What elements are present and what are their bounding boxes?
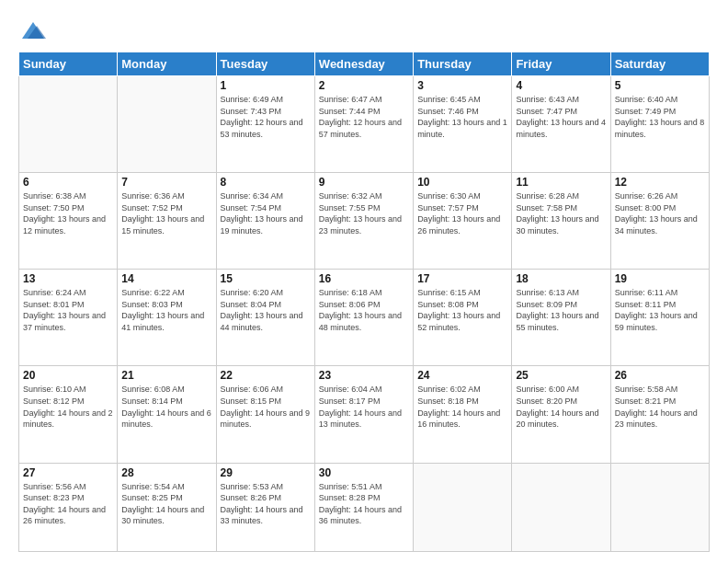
calendar-cell: [512, 463, 610, 551]
day-info: Sunrise: 6:06 AM Sunset: 8:15 PM Dayligh…: [221, 384, 311, 430]
day-info: Sunrise: 6:40 AM Sunset: 7:49 PM Dayligh…: [615, 94, 705, 140]
header-day: Friday: [512, 52, 610, 76]
day-number: 22: [221, 369, 311, 382]
calendar-cell: 4Sunrise: 6:43 AM Sunset: 7:47 PM Daylig…: [512, 76, 610, 173]
logo: [18, 17, 53, 42]
day-info: Sunrise: 5:51 AM Sunset: 8:28 PM Dayligh…: [319, 481, 409, 527]
day-number: 5: [615, 79, 705, 92]
calendar-cell: 27Sunrise: 5:56 AM Sunset: 8:23 PM Dayli…: [19, 463, 118, 551]
day-info: Sunrise: 6:11 AM Sunset: 8:11 PM Dayligh…: [615, 287, 705, 333]
day-info: Sunrise: 6:43 AM Sunset: 7:47 PM Dayligh…: [516, 94, 606, 140]
page: SundayMondayTuesdayWednesdayThursdayFrid…: [0, 0, 728, 563]
calendar-cell: 12Sunrise: 6:26 AM Sunset: 8:00 PM Dayli…: [610, 173, 709, 270]
calendar-cell: 6Sunrise: 6:38 AM Sunset: 7:50 PM Daylig…: [19, 173, 118, 270]
day-number: 29: [221, 466, 311, 479]
day-info: Sunrise: 6:24 AM Sunset: 8:01 PM Dayligh…: [23, 287, 113, 333]
header-day: Saturday: [610, 52, 709, 76]
calendar-cell: 19Sunrise: 6:11 AM Sunset: 8:11 PM Dayli…: [610, 270, 709, 366]
day-number: 21: [121, 369, 211, 382]
day-info: Sunrise: 6:38 AM Sunset: 7:50 PM Dayligh…: [23, 190, 113, 236]
day-number: 2: [319, 79, 409, 92]
calendar-cell: [414, 463, 512, 551]
day-number: 20: [23, 369, 113, 382]
calendar-cell: 14Sunrise: 6:22 AM Sunset: 8:03 PM Dayli…: [118, 270, 216, 366]
calendar-cell: 25Sunrise: 6:00 AM Sunset: 8:20 PM Dayli…: [512, 366, 610, 463]
calendar-row: 27Sunrise: 5:56 AM Sunset: 8:23 PM Dayli…: [19, 463, 710, 551]
calendar-cell: 3Sunrise: 6:45 AM Sunset: 7:46 PM Daylig…: [414, 76, 512, 173]
day-info: Sunrise: 6:20 AM Sunset: 8:04 PM Dayligh…: [221, 287, 311, 333]
day-info: Sunrise: 6:04 AM Sunset: 8:17 PM Dayligh…: [319, 384, 409, 430]
day-info: Sunrise: 6:49 AM Sunset: 7:43 PM Dayligh…: [221, 94, 311, 140]
calendar-cell: 13Sunrise: 6:24 AM Sunset: 8:01 PM Dayli…: [19, 270, 118, 366]
day-number: 25: [516, 369, 606, 382]
calendar-cell: [118, 76, 216, 173]
day-info: Sunrise: 6:45 AM Sunset: 7:46 PM Dayligh…: [417, 94, 507, 140]
calendar-cell: [610, 463, 709, 551]
header-day: Wednesday: [314, 52, 413, 76]
day-info: Sunrise: 6:34 AM Sunset: 7:54 PM Dayligh…: [221, 190, 311, 236]
calendar-cell: 24Sunrise: 6:02 AM Sunset: 8:18 PM Dayli…: [414, 366, 512, 463]
calendar-cell: 23Sunrise: 6:04 AM Sunset: 8:17 PM Dayli…: [314, 366, 413, 463]
day-info: Sunrise: 6:00 AM Sunset: 8:20 PM Dayligh…: [516, 384, 606, 430]
calendar-row: 6Sunrise: 6:38 AM Sunset: 7:50 PM Daylig…: [19, 173, 710, 270]
calendar-cell: 17Sunrise: 6:15 AM Sunset: 8:08 PM Dayli…: [414, 270, 512, 366]
day-info: Sunrise: 6:26 AM Sunset: 8:00 PM Dayligh…: [615, 190, 705, 236]
calendar-cell: 21Sunrise: 6:08 AM Sunset: 8:14 PM Dayli…: [118, 366, 216, 463]
calendar-cell: 10Sunrise: 6:30 AM Sunset: 7:57 PM Dayli…: [414, 173, 512, 270]
day-number: 10: [417, 176, 507, 189]
day-info: Sunrise: 6:15 AM Sunset: 8:08 PM Dayligh…: [417, 287, 507, 333]
day-info: Sunrise: 6:36 AM Sunset: 7:52 PM Dayligh…: [121, 190, 211, 236]
day-number: 19: [615, 272, 705, 285]
day-info: Sunrise: 6:10 AM Sunset: 8:12 PM Dayligh…: [23, 384, 113, 430]
day-info: Sunrise: 6:22 AM Sunset: 8:03 PM Dayligh…: [121, 287, 211, 333]
calendar-cell: 28Sunrise: 5:54 AM Sunset: 8:25 PM Dayli…: [118, 463, 216, 551]
calendar-cell: 5Sunrise: 6:40 AM Sunset: 7:49 PM Daylig…: [610, 76, 709, 173]
day-number: 18: [516, 272, 606, 285]
calendar-cell: 7Sunrise: 6:36 AM Sunset: 7:52 PM Daylig…: [118, 173, 216, 270]
day-number: 1: [221, 79, 311, 92]
calendar-cell: 11Sunrise: 6:28 AM Sunset: 7:58 PM Dayli…: [512, 173, 610, 270]
calendar-cell: 20Sunrise: 6:10 AM Sunset: 8:12 PM Dayli…: [19, 366, 118, 463]
calendar-row: 20Sunrise: 6:10 AM Sunset: 8:12 PM Dayli…: [19, 366, 710, 463]
logo-icon: [18, 17, 48, 42]
calendar-cell: 22Sunrise: 6:06 AM Sunset: 8:15 PM Dayli…: [216, 366, 314, 463]
day-info: Sunrise: 6:32 AM Sunset: 7:55 PM Dayligh…: [319, 190, 409, 236]
calendar-row: 1Sunrise: 6:49 AM Sunset: 7:43 PM Daylig…: [19, 76, 710, 173]
calendar-cell: 30Sunrise: 5:51 AM Sunset: 8:28 PM Dayli…: [314, 463, 413, 551]
day-info: Sunrise: 6:18 AM Sunset: 8:06 PM Dayligh…: [319, 287, 409, 333]
day-number: 16: [319, 272, 409, 285]
header-day: Tuesday: [216, 52, 314, 76]
calendar-cell: 2Sunrise: 6:47 AM Sunset: 7:44 PM Daylig…: [314, 76, 413, 173]
day-number: 4: [516, 79, 606, 92]
day-info: Sunrise: 5:54 AM Sunset: 8:25 PM Dayligh…: [121, 481, 211, 527]
day-number: 8: [221, 176, 311, 189]
calendar-cell: 29Sunrise: 5:53 AM Sunset: 8:26 PM Dayli…: [216, 463, 314, 551]
calendar-cell: 1Sunrise: 6:49 AM Sunset: 7:43 PM Daylig…: [216, 76, 314, 173]
day-number: 12: [615, 176, 705, 189]
header-day: Monday: [118, 52, 216, 76]
header-day: Thursday: [414, 52, 512, 76]
day-info: Sunrise: 6:47 AM Sunset: 7:44 PM Dayligh…: [319, 94, 409, 140]
day-number: 3: [417, 79, 507, 92]
day-info: Sunrise: 5:53 AM Sunset: 8:26 PM Dayligh…: [221, 481, 311, 527]
day-info: Sunrise: 6:02 AM Sunset: 8:18 PM Dayligh…: [417, 384, 507, 430]
day-number: 28: [121, 466, 211, 479]
day-info: Sunrise: 6:28 AM Sunset: 7:58 PM Dayligh…: [516, 190, 606, 236]
calendar-cell: 18Sunrise: 6:13 AM Sunset: 8:09 PM Dayli…: [512, 270, 610, 366]
day-number: 15: [221, 272, 311, 285]
calendar-cell: 16Sunrise: 6:18 AM Sunset: 8:06 PM Dayli…: [314, 270, 413, 366]
day-number: 6: [23, 176, 113, 189]
day-info: Sunrise: 5:58 AM Sunset: 8:21 PM Dayligh…: [615, 384, 705, 430]
day-info: Sunrise: 6:13 AM Sunset: 8:09 PM Dayligh…: [516, 287, 606, 333]
day-number: 13: [23, 272, 113, 285]
day-number: 26: [615, 369, 705, 382]
header-row: SundayMondayTuesdayWednesdayThursdayFrid…: [19, 52, 710, 76]
day-number: 11: [516, 176, 606, 189]
calendar-cell: 15Sunrise: 6:20 AM Sunset: 8:04 PM Dayli…: [216, 270, 314, 366]
calendar-cell: 9Sunrise: 6:32 AM Sunset: 7:55 PM Daylig…: [314, 173, 413, 270]
day-number: 7: [121, 176, 211, 189]
day-number: 9: [319, 176, 409, 189]
header: [18, 17, 710, 42]
calendar-table: SundayMondayTuesdayWednesdayThursdayFrid…: [18, 52, 710, 552]
header-day: Sunday: [19, 52, 118, 76]
